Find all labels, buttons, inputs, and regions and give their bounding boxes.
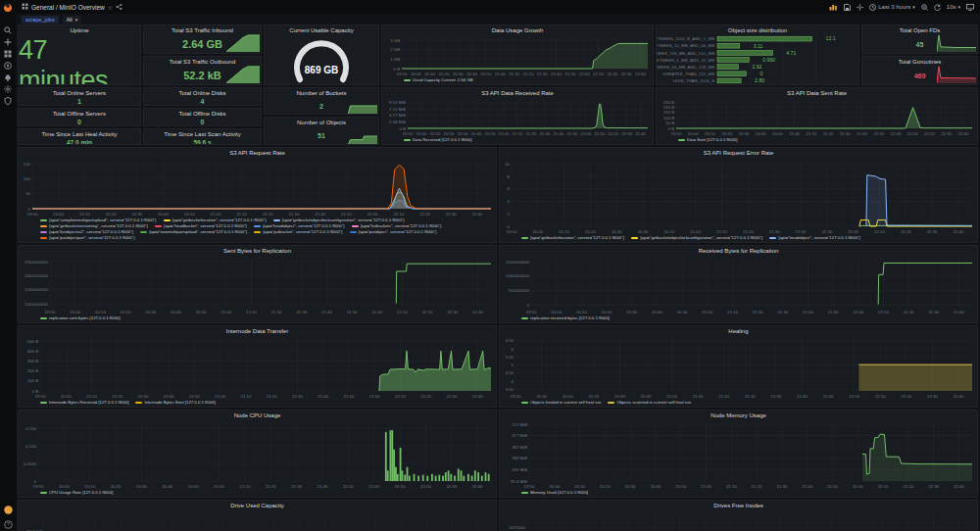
panel-title[interactable]: Total Offline Disks — [144, 109, 261, 119]
configuration-gear-icon[interactable] — [0, 83, 16, 94]
panel-title[interactable]: Total Online Disks — [144, 88, 261, 98]
svg-text:19:50: 19:50 — [526, 310, 537, 314]
panel-title[interactable]: Internode Data Transfer — [19, 326, 496, 336]
svg-text:22:20: 22:20 — [608, 131, 618, 136]
legend-item[interactable]: replication received bytes [127.0.0.1:90… — [521, 315, 610, 320]
chart-drive-used-capacity[interactable]: 93.1 GB87.3 GB19:5020:0020:1020:2020:302… — [19, 510, 496, 531]
dashboards-icon[interactable] — [0, 48, 16, 59]
svg-text:21:50: 21:50 — [565, 72, 576, 76]
capacity-gauge[interactable]: 869 GB — [265, 35, 378, 84]
panel-title[interactable]: Object size distribution — [657, 25, 858, 35]
svg-text:20:00: 20:00 — [411, 72, 421, 76]
chart-s3-api-request-rate[interactable]: 05010015019:5020:0020:1020:2020:3020:402… — [19, 158, 496, 217]
chart-s3-data-received-rate[interactable]: 0 B2.38 MiB4.77 MiB7.15 MiB9.54 MiB19:50… — [382, 98, 653, 136]
cycle-view-icon[interactable] — [966, 4, 974, 11]
grafana-logo[interactable] — [0, 2, 16, 14]
chart-data-usage-growth[interactable]: 0 B1 GB2 GB3 GB19:5020:0020:1020:2020:30… — [382, 35, 653, 76]
panel-title[interactable]: Time Since Last Scan Activity — [144, 129, 261, 139]
refresh-icon[interactable] — [934, 4, 941, 11]
chart-drives-free-inodes[interactable]: 3075000307000019:5020:0020:1020:2020:302… — [500, 510, 977, 531]
panel-title[interactable]: Number of Buckets — [265, 88, 378, 98]
legend-item[interactable]: Data Received [127.0.0.1:9000] — [404, 137, 471, 142]
legend-item[interactable]: {api="putobject", server="127.0.0.1:9000… — [350, 229, 437, 234]
panel-title[interactable]: Drives Free Inodes — [500, 501, 977, 510]
legend-item[interactable]: {api="listobjectsv2", server="127.0.0.1:… — [40, 229, 133, 234]
legend-item[interactable]: {api="getbucketobjectlockconfiguration",… — [631, 235, 762, 240]
legend-item[interactable]: replication sent bytes [127.0.0.1:9000] — [40, 315, 121, 320]
svg-text:22:40: 22:40 — [954, 394, 964, 399]
time-range-picker[interactable]: Last 3 hours ▾ — [869, 4, 915, 11]
alerting-bell-icon[interactable] — [0, 72, 16, 82]
chart-object-size-distribution[interactable]: BETWEEN_1024_B_AND_1_MB12.1BETWEEN_10_MB… — [657, 35, 858, 84]
panel-title[interactable]: S3 API Data Sent Rate — [657, 88, 977, 98]
svg-text:477 MiB: 477 MiB — [512, 433, 527, 438]
chart-sent-bytes-replication[interactable]: 1000000000150000000020000000002500000000… — [19, 256, 496, 314]
panel-title[interactable]: Received Bytes for Replication — [500, 246, 977, 256]
user-avatar[interactable] — [0, 504, 16, 515]
chart-healing[interactable]: 3.5044.5055.5066.5019:5020:0020:1020:202… — [500, 336, 977, 399]
legend-item[interactable]: Internode Bytes Sent [127.0.0.1:9000] — [135, 400, 215, 405]
legend-item[interactable]: Memory Used [127.0.0.1:9000] — [521, 490, 588, 495]
panel-title[interactable]: Time Since Last Heal Activity — [19, 129, 140, 139]
panel-title[interactable]: Healing — [500, 326, 977, 336]
panel-title[interactable]: Number of Objects — [265, 118, 378, 127]
zoom-out-time-icon[interactable] — [921, 4, 928, 11]
star-icon[interactable]: ☆ — [108, 4, 113, 11]
panel-title[interactable]: S3 API Request Error Rate — [500, 148, 977, 158]
legend-item[interactable]: {api="getbucketversioning", server="127.… — [40, 223, 148, 228]
panel-title[interactable]: S3 API Data Received Rate — [382, 88, 653, 98]
svg-text:21:30: 21:30 — [296, 310, 307, 314]
legend-item[interactable]: {api="getbucketlocation", server="127.0.… — [521, 235, 624, 240]
svg-text:21:50: 21:50 — [827, 484, 838, 489]
share-icon[interactable] — [116, 4, 122, 11]
server-admin-shield-icon[interactable] — [0, 95, 16, 106]
legend-item[interactable]: {api="putobjectpart", server="127.0.0.1:… — [40, 235, 135, 240]
save-dashboard-icon[interactable] — [844, 4, 851, 11]
svg-text:286 MiB: 286 MiB — [512, 456, 527, 460]
legend-item[interactable]: CPU Usage Rate [127.0.0.1:9000] — [40, 490, 113, 495]
legend-item[interactable]: Used Capacity Current: 2.64 GB — [404, 77, 473, 82]
legend-item[interactable]: {api="listbuckets", server="127.0.0.1:90… — [352, 223, 442, 228]
legend-item[interactable]: {api="headobject", server="127.0.0.1:900… — [769, 235, 860, 240]
panel-title[interactable]: Node CPU Usage — [19, 410, 496, 420]
panel-title[interactable]: Sent Bytes for Replication — [19, 246, 496, 256]
panel-title[interactable]: Total Online Servers — [19, 88, 140, 98]
variable-value-dropdown[interactable]: All ▾ — [63, 16, 82, 24]
inbound-sparkline — [226, 34, 260, 52]
legend-item[interactable]: {api="newmultipartupload", server="127.0… — [140, 229, 247, 234]
panel-title[interactable]: Total Offline Servers — [19, 109, 140, 119]
explore-compass-icon[interactable] — [0, 60, 16, 71]
panel-title[interactable]: Uptime — [19, 25, 140, 35]
chart-received-bytes-replication[interactable]: 05000000001000000000150000000019:5020:00… — [500, 256, 977, 314]
add-panel-icon[interactable] — [829, 4, 838, 11]
search-icon[interactable] — [0, 24, 16, 35]
breadcrumb[interactable]: General / MinIO Overview ☆ — [22, 3, 122, 11]
panel-title[interactable]: Current Usable Capacity — [265, 25, 378, 35]
legend-item[interactable]: {api="getbucketlocation", server="127.0.… — [164, 217, 267, 222]
legend-item[interactable]: Objects healed in current self heal run — [521, 400, 601, 405]
refresh-interval-picker[interactable]: 10s ▾ — [947, 4, 960, 10]
svg-text:21:00: 21:00 — [701, 484, 711, 489]
panel-title[interactable]: Data Usage Growth — [382, 25, 653, 35]
legend-item[interactable]: Objects scanned in current self heal run — [608, 400, 691, 405]
legend-item[interactable]: Data Sent [127.0.0.1:9000] — [678, 137, 737, 142]
chart-s3-api-request-error-rate[interactable]: 024681019:5020:0020:1020:2020:3020:4020:… — [500, 158, 977, 234]
legend-item[interactable]: {api="completemultipartupload", server="… — [40, 217, 157, 222]
svg-text:22:00: 22:00 — [891, 131, 902, 136]
panel-title[interactable]: Node Memory Usage — [500, 410, 977, 420]
panel-title[interactable]: Drive Used Capacity — [19, 501, 496, 510]
chart-node-memory-usage[interactable]: 95.4 MiB191 MiB286 MiB381 MiB477 MiB572 … — [500, 420, 977, 489]
help-icon[interactable]: ? — [0, 518, 16, 530]
svg-text:100 B: 100 B — [663, 116, 674, 121]
legend-item[interactable]: {api="headobject", server="127.0.0.1:900… — [254, 223, 345, 228]
legend-item[interactable]: {api="headbucket", server="127.0.0.1:900… — [155, 223, 247, 228]
legend-item[interactable]: Internode Bytes Received [127.0.0.1:9000… — [40, 400, 128, 405]
chart-s3-data-sent-rate[interactable]: 0 B50 B100 B150 B200 B250 B19:5020:0020:… — [657, 98, 977, 136]
create-plus-icon[interactable] — [0, 36, 16, 47]
dashboard-settings-icon[interactable] — [857, 4, 863, 11]
legend-item[interactable]: {api="putbucket", server="127.0.0.1:9000… — [254, 229, 342, 234]
legend-item[interactable]: {api="getbucketobjectlockconfiguration",… — [273, 217, 405, 222]
chart-internode-data-transfer[interactable]: 0 B100 B200 B300 B400 B500 B19:5020:0020… — [19, 336, 496, 399]
panel-title[interactable]: S3 API Request Rate — [19, 148, 496, 158]
chart-node-cpu-usage[interactable]: 00.05000.1000.15019:5020:0020:1020:2020:… — [19, 420, 496, 489]
